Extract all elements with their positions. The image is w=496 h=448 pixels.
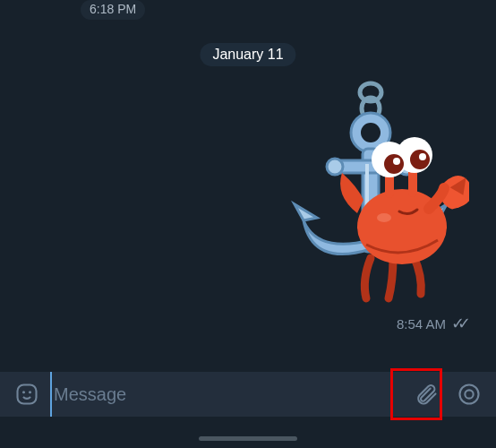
svg-point-16 — [410, 150, 430, 169]
prev-message-time-badge: 6:18 PM — [81, 0, 145, 20]
voice-record-icon[interactable] — [449, 375, 489, 414]
message-input[interactable] — [50, 372, 403, 417]
emoji-icon[interactable] — [7, 375, 47, 414]
read-receipt-icon: ✓✓ — [451, 315, 467, 332]
attachment-icon[interactable] — [406, 375, 446, 414]
svg-point-6 — [327, 159, 343, 175]
svg-point-15 — [384, 154, 404, 174]
home-indicator[interactable] — [199, 436, 297, 441]
message-composer — [0, 372, 496, 417]
svg-point-23 — [22, 391, 25, 393]
svg-point-17 — [393, 158, 400, 165]
date-separator-badge: January 11 — [200, 43, 295, 66]
crab-anchor-sticker[interactable] — [263, 79, 469, 312]
svg-rect-22 — [18, 385, 37, 404]
svg-point-19 — [382, 147, 393, 154]
svg-point-26 — [465, 390, 473, 398]
sticker-message[interactable]: 8:54 AM ✓✓ — [263, 79, 469, 332]
svg-point-24 — [29, 391, 31, 393]
svg-point-20 — [406, 142, 417, 150]
chat-viewport[interactable]: 6:18 PM January 11 — [0, 0, 496, 372]
message-time: 8:54 AM — [397, 316, 446, 332]
svg-point-3 — [361, 123, 381, 142]
svg-point-18 — [419, 153, 426, 160]
svg-point-21 — [377, 213, 391, 222]
svg-point-25 — [460, 385, 479, 404]
message-meta: 8:54 AM ✓✓ — [397, 315, 469, 332]
